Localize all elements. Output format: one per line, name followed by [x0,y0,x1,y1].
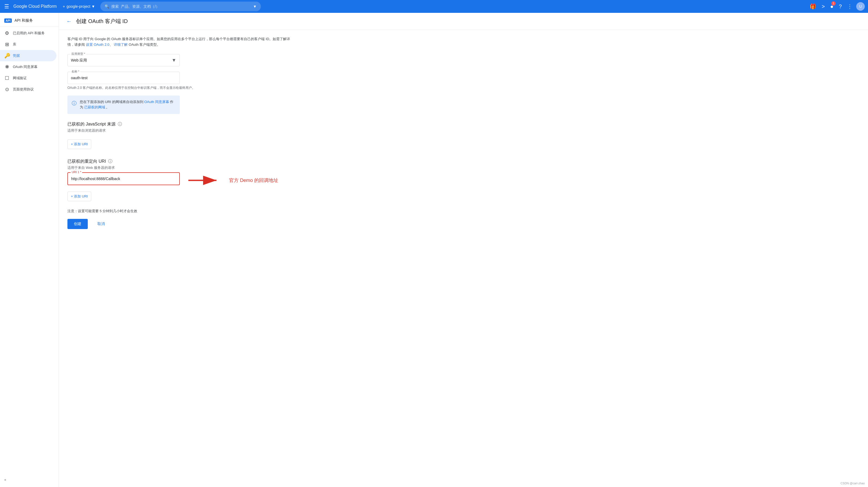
redirect-uri-section: 已获权的重定向 URI ⓘ 适用于来自 Web 服务器的请求 URI 1 * [67,159,291,201]
sidebar-item-label: 凭据 [13,53,20,58]
arrow-svg [188,175,220,186]
js-origins-help-icon[interactable]: ⓘ [118,121,122,127]
sidebar-item-label: 库 [13,42,16,47]
watermark: CSDN @carl-zhao [840,482,865,485]
collapse-icon: « [4,478,6,482]
annotation-text: 官方 Demo 的回调地址 [229,177,278,184]
uri1-wrapper: URI 1 * [67,172,180,188]
domain-icon: ☐ [4,75,10,81]
sidebar-item-label: 已启用的 API 和服务 [13,31,45,36]
app-type-select-wrapper: 应用类型 * Web 应用AndroidiOS桌面应用 ▼ [67,54,180,66]
uri-annotation-row: URI 1 * [67,172,291,188]
note-text: 注意：设置可能需要 5 分钟到几小时才会生效 [67,209,291,214]
sidebar-title: API 和服务 [14,18,33,23]
hamburger-icon[interactable]: ☰ [3,2,10,11]
oauth-consent-link[interactable]: OAuth 同意屏幕 [144,100,169,104]
search-bar[interactable]: 🔍 ▼ [100,2,261,11]
search-icon: 🔍 [104,4,109,8]
red-arrow [188,175,220,186]
sidebar-item-enabled-apis[interactable]: ⚙ 已启用的 API 和服务 [0,28,57,39]
name-field-label: 名称 * [70,69,80,73]
info-icon: ⓘ [72,99,76,107]
key-icon: 🔑 [4,53,10,59]
sidebar-item-label: 页面使用协议 [13,87,34,92]
uri1-input-wrapper: URI 1 * [67,172,180,185]
sidebar-item-page-usage[interactable]: ⊙ 页面使用协议 [0,84,57,95]
js-origins-title: 已获权的 JavaScript 来源 ⓘ [67,121,291,127]
redirect-uri-help-icon[interactable]: ⓘ [108,159,113,164]
cancel-button[interactable]: 取消 [91,219,111,229]
info-box: ⓘ 您在下面添加的 URI 的网域将自动添加到 OAuth 同意屏幕 作为 已获… [67,95,180,114]
library-icon: ⊞ [4,41,10,48]
create-button[interactable]: 创建 [67,219,88,229]
search-input[interactable] [111,4,251,8]
redirect-uri-title: 已获权的重定向 URI ⓘ [67,159,291,164]
learn-more-link[interactable]: 详细了解 [114,42,128,47]
authorized-domains-link[interactable]: 已获权的网域 [84,105,105,109]
project-dropdown-icon: ▼ [92,4,95,8]
content-area: 客户端 ID 用于向 Google 的 OAuth 服务器标识单个应用。如果您的… [59,30,300,236]
add-redirect-uri-button[interactable]: + 添加 URI [67,191,91,201]
layout: API API 和服务 ⚙ 已启用的 API 和服务 ⊞ 库 🔑 凭据 ❋ OA… [0,13,868,487]
project-name: google-project [67,4,90,8]
page-description: 客户端 ID 用于向 Google 的 OAuth 服务器标识单个应用。如果您的… [67,36,291,48]
top-nav: ☰ Google Cloud Platform ⚬ google-project… [0,0,868,13]
gift-icon[interactable]: 🎁 [808,2,818,11]
main-content: ← 创建 OAuth 客户端 ID 客户端 ID 用于向 Google 的 OA… [59,13,868,487]
name-hint: OAuth 2.0 客户端的名称。此名称仅用于在控制台中标识客户端，而不会显示给… [67,86,291,90]
js-origins-subtitle: 适用于来自浏览器的请求 [67,128,291,133]
collapse-sidebar-btn[interactable]: « [0,475,59,485]
name-input[interactable] [68,72,180,84]
top-nav-right: 🎁 > ● 1 ? ⋮ U [808,2,865,11]
add-js-uri-button[interactable]: + 添加 URI [67,140,91,149]
brand-label: Google Cloud Platform [13,4,57,9]
sidebar-item-oauth-consent[interactable]: ❋ OAuth 同意屏幕 [0,61,57,72]
settings-icon: ⚙ [4,30,10,36]
notification-badge[interactable]: ● 1 [829,2,835,11]
sidebar-item-domain-verify[interactable]: ☐ 网域验证 [0,72,57,84]
app-type-label: 应用类型 * [70,52,86,56]
more-icon[interactable]: ⋮ [845,2,854,11]
sidebar: API API 和服务 ⚙ 已启用的 API 和服务 ⊞ 库 🔑 凭据 ❋ OA… [0,13,59,487]
redirect-uri-subtitle: 适用于来自 Web 服务器的请求 [67,165,291,170]
action-buttons: 创建 取消 [67,219,291,229]
name-field: 名称 * OAuth 2.0 客户端的名称。此名称仅用于在控制台中标识客户端，而… [67,72,291,90]
oauth-icon: ❋ [4,64,10,70]
sidebar-item-library[interactable]: ⊞ 库 [0,39,57,50]
back-button[interactable]: ← [65,17,73,25]
sidebar-item-label: 网域验证 [13,76,27,81]
js-origins-section: 已获权的 JavaScript 来源 ⓘ 适用于来自浏览器的请求 + 添加 UR… [67,121,291,149]
page-header: ← 创建 OAuth 客户端 ID [59,13,868,30]
cloud-shell-icon[interactable]: > [820,2,827,11]
app-type-field: 应用类型 * Web 应用AndroidiOS桌面应用 ▼ [67,54,291,66]
sidebar-item-label: OAuth 同意屏幕 [13,64,37,69]
api-badge: API [4,19,12,23]
page-icon: ⊙ [4,86,10,92]
sidebar-item-credentials[interactable]: 🔑 凭据 [0,50,57,61]
name-input-wrapper: 名称 * [67,72,180,84]
project-icon: ⚬ [62,4,66,9]
uri1-label: URI 1 * [71,171,82,174]
notification-count: 1 [831,1,836,6]
search-expand-icon: ▼ [253,4,257,8]
sidebar-header: API API 和服务 [0,15,59,27]
info-text: 您在下面添加的 URI 的网域将自动添加到 OAuth 同意屏幕 作为 已获权的… [80,99,176,111]
oauth2-link[interactable]: 设置 OAuth 2.0 [86,42,110,47]
project-selector[interactable]: ⚬ google-project ▼ [60,3,97,10]
help-icon[interactable]: ? [837,2,843,11]
app-type-select[interactable]: Web 应用AndroidiOS桌面应用 [68,54,180,66]
page-title: 创建 OAuth 客户端 ID [76,18,128,25]
uri1-input[interactable] [68,173,179,185]
avatar[interactable]: U [856,2,865,11]
